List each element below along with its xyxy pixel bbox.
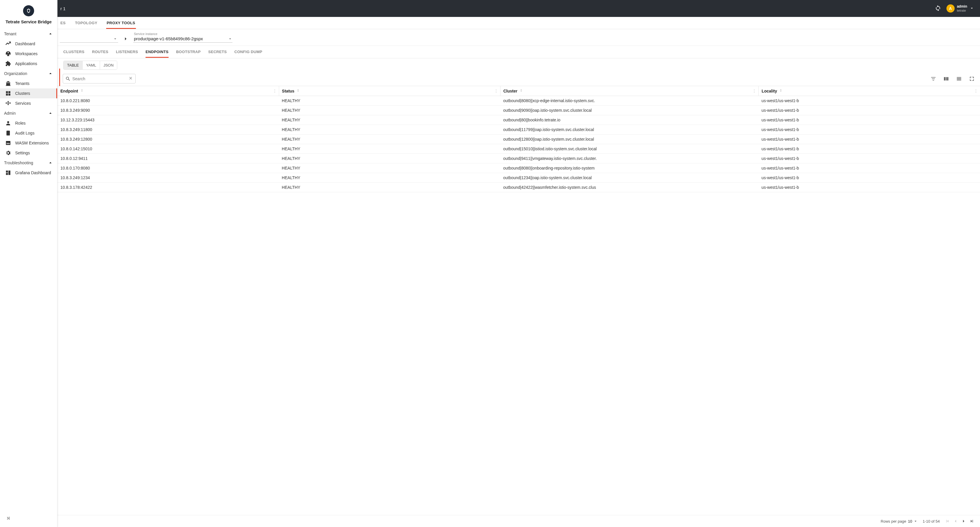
subtab-secrets[interactable]: SECRETS xyxy=(208,46,227,58)
sidebar-item-label: Settings xyxy=(15,151,30,155)
next-page-button[interactable] xyxy=(961,518,967,524)
main-tab-proxy-tools[interactable]: PROXY TOOLS xyxy=(106,17,136,29)
roles-icon xyxy=(5,120,11,126)
first-page-button[interactable] xyxy=(944,518,950,524)
topbar: r 1 A admin tetrate xyxy=(57,0,980,17)
subtab-routes[interactable]: ROUTES xyxy=(92,46,108,58)
cell-cluster: outbound|8080||xcp-edge-internal.istio-s… xyxy=(500,96,759,106)
sidebar-item-settings[interactable]: Settings xyxy=(0,148,57,158)
column-menu-icon[interactable] xyxy=(272,89,277,93)
column-menu-icon[interactable] xyxy=(752,89,757,93)
sidebar-item-label: Clusters xyxy=(15,91,30,96)
svg-point-10 xyxy=(975,89,976,90)
col-header-cluster[interactable]: Cluster xyxy=(500,86,759,96)
sidebar-nav: TenantDashboardWorkspacesApplicationsOrg… xyxy=(0,28,57,179)
service-instance-value: productpage-v1-65b8499c86-2gspx xyxy=(133,36,204,42)
col-header-endpoint[interactable]: Endpoint xyxy=(57,86,279,96)
table-row[interactable]: 10.8.0.12:9411HEALTHYoutbound|9411||vmga… xyxy=(57,154,980,163)
last-page-button[interactable] xyxy=(969,518,975,524)
svg-point-3 xyxy=(274,92,275,92)
nav-group-tenant[interactable]: Tenant xyxy=(0,29,57,39)
cell-locality: us-west1/us-west1-b xyxy=(759,163,980,173)
column-menu-icon[interactable] xyxy=(974,89,978,93)
main-tabs: ESTOPOLOGYPROXY TOOLS xyxy=(57,17,980,29)
cell-locality: us-west1/us-west1-b xyxy=(759,183,980,192)
nav-group-troubleshooting[interactable]: Troubleshooting xyxy=(0,158,57,168)
service-instance-label: Service instance xyxy=(133,32,232,36)
cell-endpoint: 10.12.3.223:15443 xyxy=(57,115,279,125)
search-box[interactable] xyxy=(63,74,135,83)
table-toolbar xyxy=(57,73,980,86)
col-header-locality[interactable]: Locality xyxy=(759,86,980,96)
column-menu-icon[interactable] xyxy=(494,89,498,93)
format-table-button[interactable]: TABLE xyxy=(64,61,82,70)
svg-point-11 xyxy=(975,91,976,91)
table-row[interactable]: 10.8.3.249:9090HEALTHYoutbound|9090||oap… xyxy=(57,106,980,115)
main-tab-partial[interactable]: ES xyxy=(60,17,66,29)
sidebar-item-audit-logs[interactable]: Audit Logs xyxy=(0,128,57,138)
col-header-status[interactable]: Status xyxy=(279,86,500,96)
subtab-bootstrap[interactable]: BOOTSTRAP xyxy=(176,46,200,58)
sidebar-item-tenants[interactable]: Tenants xyxy=(0,78,57,88)
cell-cluster: outbound|9411||vmgateway.istio-system.sv… xyxy=(500,154,759,163)
cell-cluster: outbound|9090||oap.istio-system.svc.clus… xyxy=(500,106,759,115)
filter-icon[interactable] xyxy=(931,76,936,82)
columns-icon[interactable] xyxy=(943,76,949,82)
cell-locality: us-west1/us-west1-b xyxy=(759,96,980,106)
sidebar-collapse-button[interactable] xyxy=(5,517,11,522)
selector-row: Service instance productpage-v1-65b8499c… xyxy=(57,29,980,45)
svg-point-1 xyxy=(274,89,275,90)
table-row[interactable]: 10.8.3.249:11800HEALTHYoutbound|11799||o… xyxy=(57,125,980,135)
table-row[interactable]: 10.8.0.142:15010HEALTHYoutbound|15010||i… xyxy=(57,144,980,154)
user-menu[interactable]: A admin tetrate xyxy=(947,5,974,13)
user-org: tetrate xyxy=(957,9,967,12)
subtab-endpoints[interactable]: ENDPOINTS xyxy=(146,46,169,58)
sidebar-item-services[interactable]: Services xyxy=(0,98,57,108)
format-json-button[interactable]: JSON xyxy=(100,61,117,70)
main-tab-topology[interactable]: TOPOLOGY xyxy=(75,17,98,29)
sidebar-item-label: Services xyxy=(15,101,31,106)
previous-selector[interactable] xyxy=(60,35,118,43)
table-row[interactable]: 10.8.3.249:12800HEALTHYoutbound|12800||o… xyxy=(57,135,980,144)
nav-group-admin[interactable]: Admin xyxy=(0,108,57,118)
sidebar-item-dashboard[interactable]: Dashboard xyxy=(0,39,57,49)
sidebar-item-clusters[interactable]: Clusters xyxy=(0,88,57,98)
sync-icon[interactable] xyxy=(935,5,947,12)
sidebar-item-wasm-extensions[interactable]: WAWASM Extensions xyxy=(0,138,57,148)
table-row[interactable]: 10.8.0.221:8080HEALTHYoutbound|8080||xcp… xyxy=(57,96,980,106)
nav-group-organization[interactable]: Organization xyxy=(0,68,57,78)
svg-point-4 xyxy=(496,89,496,90)
service-instance-selector[interactable]: Service instance productpage-v1-65b8499c… xyxy=(133,32,232,43)
sidebar-item-workspaces[interactable]: Workspaces xyxy=(0,49,57,59)
cell-endpoint: 10.8.0.12:9411 xyxy=(57,154,279,163)
table-row[interactable]: 10.8.3.249:1234HEALTHYoutbound|1234||oap… xyxy=(57,173,980,183)
format-yaml-button[interactable]: YAML xyxy=(82,61,99,70)
cell-status: HEALTHY xyxy=(279,106,500,115)
subtab-listeners[interactable]: LISTENERS xyxy=(116,46,138,58)
cell-locality: us-west1/us-west1-b xyxy=(759,135,980,144)
cell-cluster: outbound|12800||oap.istio-system.svc.clu… xyxy=(500,135,759,144)
subtab-clusters[interactable]: CLUSTERS xyxy=(63,46,84,58)
cell-locality: us-west1/us-west1-b xyxy=(759,173,980,183)
prev-page-button[interactable] xyxy=(953,518,958,524)
sidebar-item-grafana-dashboard[interactable]: Grafana Dashboard xyxy=(0,168,57,178)
table-row[interactable]: 10.8.0.170:8080HEALTHYoutbound|8080||onb… xyxy=(57,163,980,173)
clear-search-button[interactable] xyxy=(128,76,133,81)
cell-cluster: outbound|11799||oap.istio-system.svc.clu… xyxy=(500,125,759,135)
sidebar-item-applications[interactable]: Applications xyxy=(0,59,57,68)
density-icon[interactable] xyxy=(956,76,962,82)
svg-point-7 xyxy=(754,89,754,90)
sidebar-item-roles[interactable]: Roles xyxy=(0,118,57,128)
cell-locality: us-west1/us-west1-b xyxy=(759,144,980,154)
table-wrap: EndpointStatusClusterLocality 10.8.0.221… xyxy=(57,86,980,515)
sort-icon xyxy=(519,88,523,93)
subtab-config-dump[interactable]: CONFIG DUMP xyxy=(234,46,262,58)
table-row[interactable]: 10.8.3.178:42422HEALTHYoutbound|42422||w… xyxy=(57,183,980,192)
fullscreen-icon[interactable] xyxy=(969,76,975,82)
rows-per-page-select[interactable]: 10 xyxy=(908,519,918,524)
search-input[interactable] xyxy=(72,76,127,81)
table-row[interactable]: 10.12.3.223:15443HEALTHYoutbound|80||boo… xyxy=(57,115,980,125)
pagination-range: 1-10 of 54 xyxy=(923,519,940,524)
cell-status: HEALTHY xyxy=(279,115,500,125)
audit-icon xyxy=(5,130,11,136)
